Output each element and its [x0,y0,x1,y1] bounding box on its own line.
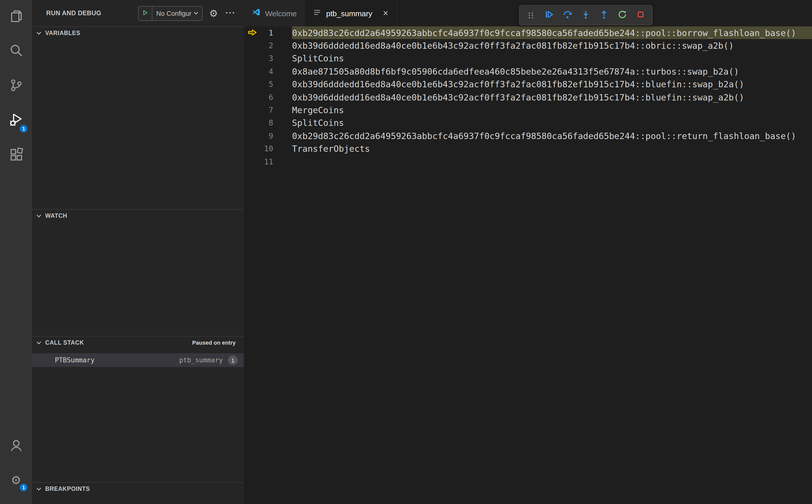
code-line[interactable] [292,155,812,168]
code-line[interactable]: SplitCoins [292,116,812,129]
step-over-icon [563,9,572,21]
debug-config-dropdown[interactable]: No Configur [138,6,203,21]
editor-line: 50xb39d6dddedd16ed8a40ce0b1e6b43c92acf0f… [244,78,812,91]
code-editor: 10xb29d83c26cdd2a64959263abbcfc4a6937f0c… [244,26,812,168]
code-line[interactable]: 0xb39d6dddedd16ed8a40ce0b1e6b43c92acf0ff… [292,39,812,52]
activity-item-extensions[interactable] [0,138,32,173]
frame-file: ptb_summary [179,356,223,364]
frame-name: PTBSummary [55,356,95,364]
call-stack-frame[interactable]: PTBSummary ptb_summary 1 [32,353,244,367]
play-icon [142,9,148,18]
breakpoints-section-header[interactable]: BREAKPOINTS [32,483,244,495]
code-line[interactable]: TransferObjects [292,142,812,155]
code-line[interactable]: MergeCoins [292,104,812,117]
source-control-icon [9,78,23,94]
editor-line: 3SplitCoins [244,52,812,65]
settings-badge: 1 [19,483,28,492]
gutter-line-number[interactable]: 4 [244,65,292,78]
chevron-down-icon [36,213,42,219]
gutter-line-number[interactable]: 9 [244,129,292,142]
line-number: 4 [269,67,273,76]
section-label: WATCH [45,213,67,219]
editor-group: Welcome ptb_summary × 10xb29d83c26cdd2a6… [244,0,812,504]
line-number: 11 [264,157,273,166]
code-line[interactable]: 0xb29d83c26cdd2a64959263abbcfc4a6937f0c9… [292,26,812,39]
gutter-line-number[interactable]: 1 [244,26,292,39]
line-number: 7 [269,106,273,115]
gripper-icon[interactable] [523,8,539,23]
tab-label: Welcome [265,9,297,18]
code-line[interactable]: 0xb39d6dddedd16ed8a40ce0b1e6b43c92acf0ff… [292,78,812,91]
activity-item-search[interactable] [0,35,32,69]
code-line[interactable]: 0xb39d6dddedd16ed8a40ce0b1e6b43c92acf0ff… [292,91,812,104]
debug-toolbar [519,5,653,25]
editor-line: 10xb29d83c26cdd2a64959263abbcfc4a6937f0c… [244,26,812,39]
restart-button[interactable] [615,8,630,23]
step-into-button[interactable] [578,8,594,23]
stop-icon [636,9,646,21]
call-stack-section: CALL STACK Paused on entry PTBSummary pt… [32,336,244,482]
editor-line: 7MergeCoins [244,104,812,117]
activity-bar: 1 ⚙ [0,0,32,504]
code-line[interactable]: 0xb29d83c26cdd2a64959263abbcfc4a6937f0c9… [292,129,812,142]
ellipsis-icon[interactable]: ··· [225,8,236,18]
editor-line: 10TransferObjects [244,142,812,155]
line-number: 3 [269,54,273,63]
gutter-line-number[interactable]: 2 [244,39,292,52]
extensions-icon [9,147,23,163]
gutter-line-number[interactable]: 11 [244,155,292,168]
gutter-line-number[interactable]: 8 [244,116,292,129]
gutter-line-number[interactable]: 5 [244,78,292,91]
frame-badge: 1 [228,355,238,365]
stop-button[interactable] [633,8,649,23]
step-over-button[interactable] [560,8,575,23]
code-line[interactable]: 0x8ae871505a80d8bf6bf9c05906cda6edfeea46… [292,65,812,78]
activity-item-source-control[interactable] [0,69,32,104]
tab-label: ptb_summary [326,9,372,18]
activity-item-settings[interactable]: ⚙ 1 [0,463,32,497]
tab-ptb-summary[interactable]: ptb_summary × [305,0,397,26]
code-line[interactable]: SplitCoins [292,52,812,65]
editor-line: 90xb29d83c26cdd2a64959263abbcfc4a6937f0c… [244,129,812,142]
chevron-down-icon [36,30,42,36]
editor-line: 40x8ae871505a80d8bf6bf9c05906cda6edfeea4… [244,65,812,78]
search-icon [9,44,23,60]
gutter-line-number[interactable]: 3 [244,52,292,65]
list-icon [313,8,322,18]
editor-line: 8SplitCoins [244,116,812,129]
sidebar-header: RUN AND DEBUG No Configur ⚙ ··· [32,0,244,26]
account-icon [9,439,23,455]
sidebar-title: RUN AND DEBUG [46,10,101,17]
watch-section-header[interactable]: WATCH [32,210,244,222]
step-out-icon [599,9,609,21]
step-out-button[interactable] [596,8,612,23]
activity-item-explorer[interactable] [0,0,32,35]
activity-item-run-and-debug[interactable]: 1 [0,104,32,138]
gutter-line-number[interactable]: 7 [244,104,292,117]
line-number: 10 [264,144,273,153]
gear-icon[interactable]: ⚙ [209,8,218,18]
variables-section-header[interactable]: VARIABLES [32,27,244,39]
editor-line: 20xb39d6dddedd16ed8a40ce0b1e6b43c92acf0f… [244,39,812,52]
close-icon[interactable]: × [383,9,388,18]
watch-section: WATCH [32,209,244,336]
tab-welcome[interactable]: Welcome [244,0,305,26]
start-debug-button[interactable] [138,6,152,20]
line-number: 8 [269,119,273,128]
pause-status-badge: Paused on entry [192,340,236,346]
line-number: 2 [269,41,273,50]
continue-icon [544,9,554,21]
line-number: 1 [269,28,273,37]
line-number: 5 [269,80,273,89]
call-stack-section-header[interactable]: CALL STACK Paused on entry [32,337,244,349]
section-label: VARIABLES [45,30,80,36]
gutter-line-number[interactable]: 6 [244,91,292,104]
gutter-line-number[interactable]: 10 [244,142,292,155]
debug-badge: 1 [19,124,28,133]
section-label: CALL STACK [45,340,84,346]
editor-line: 11 [244,155,812,168]
run-and-debug-sidebar: RUN AND DEBUG No Configur ⚙ ··· [32,0,244,504]
continue-button[interactable] [541,8,557,23]
line-number: 6 [269,93,273,102]
activity-item-accounts[interactable] [0,430,32,463]
